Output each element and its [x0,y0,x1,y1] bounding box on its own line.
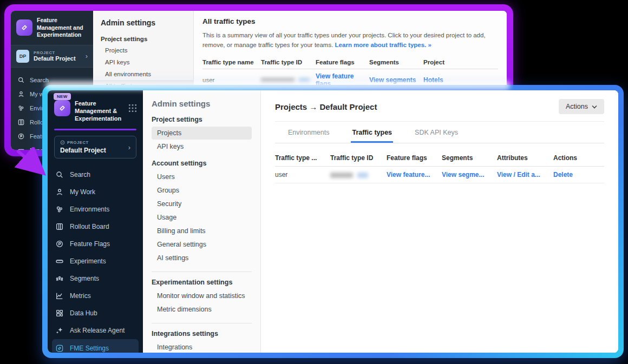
sidebar-item-fme-settings[interactable]: FME Settings [52,339,139,353]
back-nav-item-api-keys[interactable]: API keys [93,56,193,68]
tab-environments[interactable]: Environments [287,122,330,143]
nav-item-monitor-window[interactable]: Monitor window and statistics [152,289,252,302]
front-admin-nav: Admin settings Project settings Projects… [143,90,261,353]
divider [275,143,604,143]
actions-button[interactable]: Actions [559,99,604,114]
back-project-switcher[interactable]: DP PROJECT Default Project › [11,45,93,68]
redacted-id [330,167,387,183]
chevron-down-icon [592,105,597,109]
nav-item-usage[interactable]: Usage [152,211,252,224]
sidebar-item-segments[interactable]: Segments [48,270,143,287]
sidebar-item-environments[interactable]: Environments [48,201,143,218]
nav-item-general-settings[interactable]: General settings [152,238,252,251]
front-main-content: Projects → Default Project Actions Envir… [261,90,618,353]
section-experimentation-settings: Experimentation settings [152,279,252,286]
app-switcher-icon[interactable] [129,104,136,114]
fme-logo-icon [16,19,32,36]
nav-item-api-keys[interactable]: API keys [152,140,252,153]
back-page-description: This is a summary view of all your traff… [202,31,498,50]
nav-item-ai-settings[interactable]: AI settings [152,252,252,264]
sidebar-item-feature-flags[interactable]: Feature Flags [48,235,143,253]
user-icon [17,90,25,98]
learn-more-link[interactable]: Learn more about traffic types. » [335,42,431,48]
delete-link[interactable]: Delete [553,171,573,178]
project-name: Default Project [34,55,76,62]
project-icon [60,140,65,145]
nav-item-projects[interactable]: Projects [152,127,252,140]
col-traffic-type-id: Traffic type ID [261,56,316,69]
new-badge: NEW [54,93,71,100]
project-name: Default Project [60,147,106,154]
environments-icon [17,104,25,112]
col-traffic-type-name: Traffic type ... [275,150,330,167]
section-account-settings: Account settings [152,160,252,167]
front-app-title: Feature Management & Experimentation [75,100,125,122]
chevron-right-icon: › [86,52,88,59]
sidebar-item-metrics[interactable]: Metrics [48,287,143,305]
search-icon [17,76,25,84]
front-sidebar: NEW Feature Management & Experimentation… [48,90,143,353]
data-hub-icon [55,309,64,317]
view-feature-flags-link[interactable]: View feature... [387,171,430,178]
tab-bar: Environments Traffic types SDK API Keys [287,122,604,143]
rollout-board-icon [55,222,64,231]
nav-item-groups[interactable]: Groups [152,184,252,197]
back-admin-settings-title: Admin settings [93,17,193,34]
view-segments-link[interactable]: View segme... [442,171,485,178]
annotation-arrow [14,147,54,182]
col-project: Project [423,56,498,69]
user-icon [55,188,64,196]
nav-item-integrations[interactable]: Integrations [152,341,252,353]
sidebar-item-search[interactable]: Search [48,166,143,183]
view-segments-link[interactable]: View segments [369,76,416,84]
col-segments: Segments [442,150,497,167]
sidebar-item-rollout-board[interactable]: Rollout Board [48,218,143,235]
view-edit-attributes-link[interactable]: View / Edit a... [497,171,540,178]
back-nav-item-all-environments[interactable]: All environments [93,68,193,80]
experiments-icon [55,257,64,266]
section-integrations-settings: Integrations settings [152,330,252,337]
back-nav-item-projects[interactable]: Projects [93,44,193,56]
back-app-title: Feature Management and Experimentation [37,17,88,39]
sidebar-item-data-hub[interactable]: Data Hub [48,305,143,322]
nav-item-security[interactable]: Security [152,197,252,210]
front-traffic-types-table: Traffic type ... Traffic type ID Feature… [275,150,604,183]
sidebar-item-experiments[interactable]: Experiments [48,253,143,270]
nav-item-users[interactable]: Users [152,170,252,183]
sidebar-item-ask-release-agent[interactable]: Ask Release Agent [48,322,143,339]
front-admin-settings-title: Admin settings [152,99,252,108]
brand-divider [54,129,136,130]
col-traffic-type-id: Traffic type ID [330,150,387,167]
nav-item-metric-dimensions[interactable]: Metric dimensions [152,303,252,316]
project-label: PROJECT [34,50,76,55]
fme-settings-icon [55,344,64,353]
col-feature-flags: Feature flags [316,56,369,69]
divider [152,272,252,272]
back-page-title: All traffic types [202,17,498,25]
feature-flags-icon [17,133,25,140]
chevron-right-icon: › [128,144,130,151]
metrics-icon [55,292,64,300]
divider [152,323,252,323]
back-app-header: Feature Management and Experimentation [11,11,93,45]
project-link[interactable]: Hotels [423,76,443,84]
back-section-project-settings: Project settings [93,34,193,44]
col-actions: Actions [553,150,604,167]
fme-logo-icon [54,100,70,116]
search-icon [55,170,64,179]
environments-icon [55,205,64,214]
front-window: NEW Feature Management & Experimentation… [42,85,624,358]
project-avatar: DP [16,50,29,63]
section-project-settings: Project settings [152,116,252,123]
table-row: user View feature... View segme... View … [275,167,604,183]
breadcrumb: Projects → Default Project [275,102,377,111]
col-traffic-type-name: Traffic type name [202,56,261,69]
feature-flags-icon [55,240,64,248]
front-project-switcher[interactable]: PROJECT Default Project › [54,136,136,158]
nav-item-billing-and-limits[interactable]: Billing and limits [152,224,252,237]
tab-traffic-types[interactable]: Traffic types [351,122,393,143]
rollout-board-icon [17,118,25,126]
sidebar-item-my-work[interactable]: My Work [48,183,143,201]
sparkles-icon [55,326,64,335]
tab-sdk-api-keys[interactable]: SDK API Keys [414,122,459,143]
